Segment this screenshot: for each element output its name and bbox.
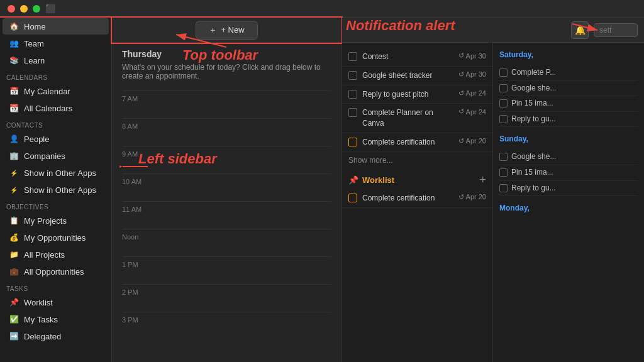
cal-task-checkbox[interactable] (499, 168, 508, 177)
worklist-add-button[interactable]: + (479, 173, 486, 187)
all-projects-icon: 📁 (9, 250, 19, 260)
learn-icon: 📚 (9, 55, 19, 65)
sidebar-item-delegated[interactable]: ➡️ Delegated (3, 328, 109, 344)
time-slot-noon[interactable]: Noon (122, 229, 331, 256)
cal-task-checkbox[interactable] (499, 99, 508, 107)
task-item: Reply to guest pitch ↺ Apr 24 (342, 85, 492, 104)
task-checkbox[interactable] (348, 52, 357, 61)
sidebar-item-companies[interactable]: 🏢 Companies (3, 148, 109, 164)
fullscreen-button[interactable] (33, 5, 40, 13)
task-checkbox[interactable] (348, 108, 357, 117)
right-content: Contest ↺ Apr 30 Google sheet tracker ↺ … (342, 43, 644, 362)
my-tasks-icon: ✅ (9, 314, 19, 324)
cal-task-checkbox[interactable] (499, 184, 508, 192)
calendar-view[interactable]: Thursday What's on your schedule for tod… (112, 43, 341, 362)
sidebar-item-show-other-apps-1[interactable]: ⚡ Show in Other Apps (3, 165, 109, 181)
time-label: Noon (122, 233, 147, 241)
time-slot-11am[interactable]: 11 AM (122, 201, 331, 229)
sidebar-item-worklist[interactable]: 📌 Worklist (3, 294, 109, 310)
people-icon: 👤 (9, 134, 19, 144)
sidebar-item-label: All Calendars (24, 104, 72, 113)
sidebar-item-my-calendar[interactable]: 📅 My Calendar (3, 83, 109, 99)
plus-icon: ＋ (209, 25, 217, 36)
sidebar-item-label: My Tasks (24, 315, 58, 324)
team-icon: 👥 (9, 38, 19, 48)
calendar-right-column: Saturday, Complete P... Google she... Pi… (493, 43, 644, 362)
task-date: ↺ Apr 24 (458, 107, 486, 116)
calendar-day-title: Thursday (122, 49, 331, 59)
time-slot-3pm[interactable]: 3 PM (122, 312, 331, 339)
worklist-task-checkbox[interactable] (348, 194, 357, 202)
minimize-button[interactable] (20, 5, 28, 13)
time-slot-10am[interactable]: 10 AM (122, 173, 331, 201)
sidebar-item-my-tasks[interactable]: ✅ My Tasks (3, 311, 109, 327)
sidebar-item-label: My Projects (24, 216, 67, 226)
task-date: ↺ Apr 20 (458, 137, 486, 145)
sidebar-item-show-other-apps-2[interactable]: ⚡ Show in Other Apps (3, 182, 109, 198)
cal-task-checkbox[interactable] (499, 69, 508, 77)
worklist-title: 📌 Worklist (348, 175, 394, 185)
worklist-icon: 📌 (9, 297, 19, 307)
search-input[interactable] (594, 23, 638, 37)
task-date: ↺ Apr 30 (458, 70, 486, 79)
sidebar-item-all-opportunities[interactable]: 💼 All Opportunities (3, 263, 109, 280)
sidebar-item-label: Show in Other Apps (24, 168, 96, 178)
cal-task-checkbox[interactable] (499, 84, 508, 92)
time-slot-9am[interactable]: 9 AM (122, 146, 331, 173)
task-item: Google sheet tracker ↺ Apr 30 (342, 67, 492, 85)
time-slot-8am[interactable]: 8 AM (122, 118, 331, 146)
cal-task-name: Complete P... (511, 68, 638, 78)
companies-icon: 🏢 (9, 151, 19, 161)
sidebar-item-my-opportunities[interactable]: 💰 My Opportunities (3, 229, 109, 246)
sidebar-item-label: Worklist (24, 298, 53, 307)
sidebar-item-label: Team (24, 39, 44, 48)
close-button[interactable] (8, 5, 15, 13)
time-label: 3 PM (122, 316, 147, 324)
sidebar-item-learn[interactable]: 📚 Learn (3, 52, 109, 69)
sidebar-item-label: Home (24, 22, 46, 31)
all-calendars-icon: 📆 (9, 103, 19, 113)
notification-bell-button[interactable]: 🔔 (571, 21, 589, 39)
cal-task-name: Google she... (511, 84, 638, 94)
task-checkbox[interactable] (348, 90, 357, 99)
tasks-column: Contest ↺ Apr 30 Google sheet tracker ↺ … (342, 43, 493, 362)
cal-task-name: Pin 15 ima... (511, 99, 638, 109)
my-calendar-icon: 📅 (9, 86, 19, 96)
repeat-icon: ↺ (458, 137, 464, 145)
new-button-label: + New (221, 25, 244, 35)
sidebar-toggle-icon[interactable]: ⬛ (45, 4, 60, 13)
sidebar-item-my-projects[interactable]: 📋 My Projects (3, 212, 109, 229)
sidebar-item-label: Show in Other Apps (24, 185, 96, 195)
cal-task-checkbox[interactable] (499, 115, 508, 123)
task-checkbox[interactable] (348, 71, 357, 80)
time-label: 11 AM (122, 206, 147, 213)
sidebar-item-label: All Opportunities (24, 267, 84, 277)
sidebar-item-all-projects[interactable]: 📁 All Projects (3, 246, 109, 263)
sidebar-item-home[interactable]: 🏠 Home (3, 18, 109, 35)
cal-task-name: Reply to gu... (511, 184, 638, 194)
cal-day-saturday: Saturday, Complete P... Google she... Pi… (493, 43, 644, 127)
cal-task-item: Pin 15 ima... (499, 96, 638, 112)
right-panel: 🔔 Contest ↺ Apr 30 Google sheet trac (342, 18, 644, 362)
time-slot-1pm[interactable]: 1 PM (122, 256, 331, 284)
show-more-button[interactable]: Show more... (342, 152, 492, 168)
repeat-icon: ↺ (458, 89, 464, 97)
task-checkbox-yellow[interactable] (348, 138, 357, 146)
show-other-apps-1-icon: ⚡ (9, 168, 19, 178)
new-button[interactable]: ＋ + New (196, 21, 257, 40)
sidebar-item-label: My Opportunities (24, 233, 86, 243)
sidebar-item-people[interactable]: 👤 People (3, 131, 109, 147)
sidebar-item-label: Learn (24, 56, 45, 65)
time-slot-7am[interactable]: 7 AM (122, 90, 331, 118)
cal-task-name: Reply to gu... (511, 114, 638, 124)
cal-day-monday-label: Monday, (499, 201, 638, 215)
sidebar-item-team[interactable]: 👥 Team (3, 35, 109, 52)
cal-task-item: Pin 15 ima... (499, 165, 638, 181)
sidebar-item-all-calendars[interactable]: 📆 All Calendars (3, 100, 109, 116)
time-label: 1 PM (122, 261, 147, 268)
task-item: Contest ↺ Apr 30 (342, 48, 492, 67)
time-slot-2pm[interactable]: 2 PM (122, 284, 331, 312)
task-name: Contest (362, 52, 453, 62)
calendars-section-label: Calendars (0, 69, 111, 82)
cal-task-checkbox[interactable] (499, 153, 508, 161)
